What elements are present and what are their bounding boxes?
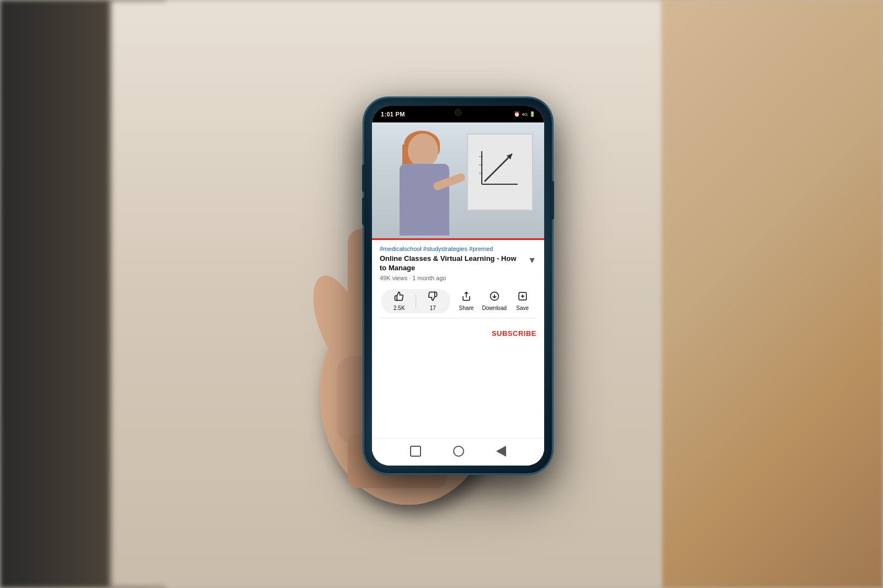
video-thumbnail[interactable] xyxy=(372,122,544,238)
view-count: 49K views · 1 month ago xyxy=(380,275,536,281)
nav-bar xyxy=(372,438,544,466)
main-scene: 1:01 PM ⏰ 4G 🔋 xyxy=(0,0,883,588)
power-button xyxy=(552,181,554,220)
volume-down-button xyxy=(362,197,364,225)
camera-hole xyxy=(455,109,461,116)
title-row: Online Classes & Virtual Learning - How … xyxy=(380,254,536,273)
share-button[interactable]: Share xyxy=(454,291,478,311)
thumbs-up-icon xyxy=(394,291,404,304)
triangle-nav-icon xyxy=(496,446,506,457)
like-dislike-divider xyxy=(416,295,416,308)
svg-line-10 xyxy=(485,154,512,181)
alarm-icon: ⏰ xyxy=(514,111,520,117)
download-label: Download xyxy=(482,305,507,311)
status-time: 1:01 PM xyxy=(381,111,405,117)
expand-icon[interactable]: ▼ xyxy=(528,255,536,265)
square-nav-icon xyxy=(410,446,421,457)
circle-nav-icon xyxy=(453,446,464,457)
dislike-count: 17 xyxy=(430,305,436,311)
share-label: Share xyxy=(459,305,474,311)
subscribe-row: SUBSCRIBE xyxy=(372,324,544,343)
volume-up-button xyxy=(362,164,364,192)
like-button[interactable]: 2.5K xyxy=(387,291,411,311)
share-icon xyxy=(461,291,471,304)
save-icon xyxy=(518,291,528,304)
action-row: 2.5K 17 xyxy=(380,287,536,318)
status-icons: ⏰ 4G 🔋 xyxy=(514,111,535,117)
video-title: Online Classes & Virtual Learning - How … xyxy=(380,254,523,273)
subscribe-button[interactable]: SUBSCRIBE xyxy=(492,329,536,338)
hashtags[interactable]: #medicalschool #studystrategies #premed xyxy=(380,245,536,252)
thumbs-down-icon xyxy=(428,291,438,304)
status-bar: 1:01 PM ⏰ 4G 🔋 xyxy=(372,106,544,122)
phone-shell: 1:01 PM ⏰ 4G 🔋 xyxy=(364,98,552,473)
nav-circle-button[interactable] xyxy=(453,446,464,459)
save-button[interactable]: Save xyxy=(510,291,535,311)
phone-wrapper: 1:01 PM ⏰ 4G 🔋 xyxy=(364,98,552,473)
nav-home-button[interactable] xyxy=(410,446,421,459)
nav-back-button[interactable] xyxy=(496,446,506,459)
content-area: #medicalschool #studystrategies #premed … xyxy=(372,240,544,324)
chart-svg xyxy=(476,146,520,190)
dislike-button[interactable]: 17 xyxy=(421,291,445,311)
phone-screen: 1:01 PM ⏰ 4G 🔋 xyxy=(372,106,544,466)
teacher-figure xyxy=(389,133,460,238)
teacher-head xyxy=(408,133,438,167)
download-icon xyxy=(490,291,499,304)
whiteboard xyxy=(467,133,533,211)
signal-icon: 4G xyxy=(522,112,528,117)
like-dislike-group: 2.5K 17 xyxy=(381,289,450,313)
teacher-body xyxy=(400,164,449,236)
save-label: Save xyxy=(516,305,529,311)
download-button[interactable]: Download xyxy=(482,291,507,311)
battery-icon: 🔋 xyxy=(529,111,535,117)
like-count: 2.5K xyxy=(393,305,405,311)
